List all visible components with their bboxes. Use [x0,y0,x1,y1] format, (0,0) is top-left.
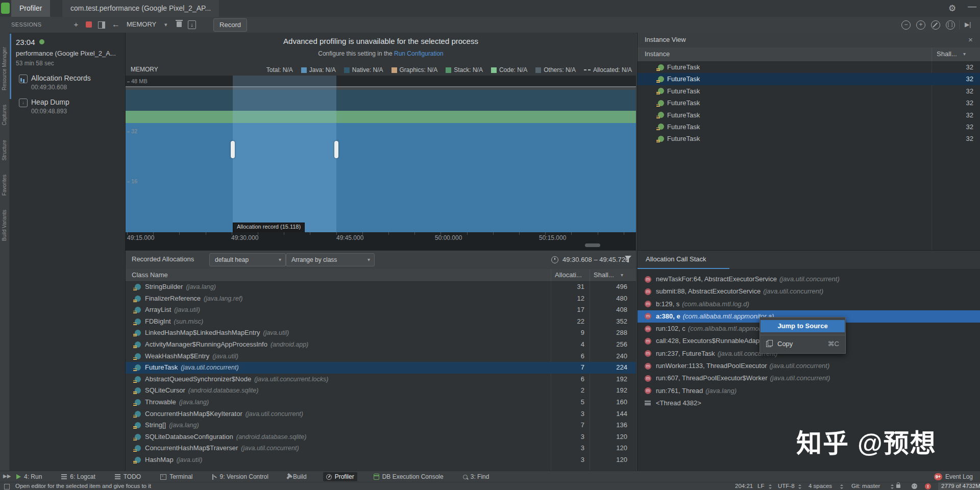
call-stack-row[interactable]: <Thread 4382> [638,397,980,409]
tool-window-button-build[interactable]: Build [285,472,310,481]
tool-window-stripe-label[interactable]: Favorites [2,175,7,195]
column-header-shallow-size[interactable]: Shall... [937,50,957,58]
class-row[interactable]: AbstractQueuedSynchronizer$Node(java.uti… [126,374,636,385]
zoom-to-selection-icon[interactable]: [ ] [946,20,955,30]
class-row[interactable]: LinkedHashMap$LinkedHashMapEntry(java.ut… [126,327,636,339]
expander-icon[interactable]: ▶▶ [3,473,11,479]
class-row[interactable]: SQLiteCursor(android.database.sqlite)219… [126,385,636,397]
class-icon [135,457,141,463]
tab-profiler[interactable]: Profiler [11,0,50,17]
instance-row[interactable]: FutureTask32 [638,61,980,73]
git-branch-indicator[interactable]: Git: master [851,483,880,489]
tab-app-process[interactable]: com.test.performance (Google Pixel_2_AP.… [62,0,219,17]
tool-window-button-todo[interactable]: TODO [112,472,144,481]
column-header-allocations[interactable]: Allocati... [555,271,582,279]
session-item-heap-dump[interactable]: Heap Dump [31,98,69,106]
memory-timeline-chart[interactable]: 48 MB 32 16 Allocation record (15.118) [126,76,636,232]
tool-window-button-9-version-control[interactable]: 9: Version Control [209,472,272,481]
zoom-in-icon[interactable]: + [916,20,925,30]
tool-window-button-3-find[interactable]: 3: Find [460,472,493,481]
stack-frame-text: run:607, ThreadPoolExecutor$Worker(java.… [656,372,830,384]
selection-handle-left[interactable] [231,141,235,158]
menu-item-copy[interactable]: Copy ⌘C [760,338,845,350]
tool-window-button-terminal[interactable]: Terminal [157,472,195,481]
export-icon[interactable]: ↓ [188,20,196,29]
shallow-size: 224 [587,362,627,374]
instance-shallow-size: 32 [934,73,973,85]
trash-icon[interactable] [177,21,182,27]
caret-position[interactable]: 204:21 [735,483,753,489]
class-row[interactable]: ConcurrentHashMap$Traverser(java.util.co… [126,443,636,454]
menu-item-jump-to-source[interactable]: Jump to Source [761,320,845,332]
call-stack-row[interactable]: mrunWorker:1133, ThreadPoolExecutor(java… [638,360,980,372]
tool-window-button-profiler[interactable]: Profiler [323,472,357,481]
x-axis-label: 49:45.000 [336,234,363,241]
tool-window-button-4-run[interactable]: 4: Run [13,472,45,481]
session-item-allocation-records[interactable]: Allocation Records [31,74,91,82]
tool-window-stripe-label[interactable]: Build Variants [2,210,7,241]
class-row[interactable]: StringBuilder(java.lang)31496 [126,281,636,293]
heap-dropdown[interactable]: default heap ▾ [209,253,286,266]
column-header-shallow-size[interactable]: Shall... [594,271,614,279]
timeline-scrollbar[interactable] [585,243,600,247]
back-arrow-icon[interactable]: ← [111,20,120,29]
class-row[interactable]: ArrayList(java.util)17408 [126,304,636,316]
sort-arrow-icon: ▾ [621,272,623,278]
class-row[interactable]: SQLiteDatabaseConfiguration(android.data… [126,431,636,443]
range-selection-overlay[interactable] [233,76,336,232]
tool-window-button-6-logcat[interactable]: 6: Logcat [58,472,98,481]
instance-row[interactable]: FutureTask32 [638,121,980,133]
call-stack-row[interactable]: mnewTaskFor:64, AbstractExecutorService(… [638,273,980,285]
profiler-toolbar: SESSIONS + ← MEMORY ▾ ↓ Record − + [ ] ▶… [0,17,980,33]
tool-window-stripe-label[interactable]: Captures [2,105,7,126]
go-live-icon[interactable]: ▶| [965,21,971,28]
column-header-class-name[interactable]: Class Name [132,271,168,279]
instance-row[interactable]: FutureTask32 [638,73,980,85]
call-stack-row[interactable]: mb:129, s(com.alibaba.mtl.log.d) [638,298,980,310]
zoom-out-icon[interactable]: − [901,20,911,30]
class-row[interactable]: ActivityManager$RunningAppProcessInfo(an… [126,339,636,351]
instance-row[interactable]: FutureTask32 [638,109,980,121]
session-time[interactable]: 23:04 [16,38,35,46]
stop-icon[interactable] [86,21,92,28]
class-row[interactable]: HashMap(java.util)3120 [126,454,636,466]
instance-row[interactable]: FutureTask32 [638,97,980,109]
event-log-button[interactable]: 9+ Event Log [934,471,973,482]
instance-row[interactable]: FutureTask32 [638,133,980,144]
arrange-dropdown[interactable]: Arrange by class ▾ [286,253,375,266]
class-row[interactable]: FinalizerReference(java.lang.ref)12480 [126,293,636,305]
class-row[interactable]: ConcurrentHashMap$KeyIterator(java.util.… [126,408,636,420]
tool-window-stripe-label[interactable]: Structure [2,140,7,161]
memory-dropdown[interactable]: MEMORY [127,20,156,28]
minimize-icon[interactable]: — [968,2,976,12]
run-configuration-link[interactable]: Run Configuration [394,50,444,57]
error-badge-icon[interactable]: ! [925,483,931,489]
record-button[interactable]: Record [213,18,247,32]
lock-icon[interactable] [896,484,900,488]
tool-window-button-db-execution-console[interactable]: DB Execution Console [371,472,447,481]
selection-handle-right[interactable] [334,141,338,158]
class-row[interactable]: Throwable(java.lang)5160 [126,397,636,408]
face-icon[interactable] [912,483,917,489]
call-stack-row[interactable]: mrun:607, ThreadPoolExecutor$Worker(java… [638,372,980,384]
reset-zoom-icon[interactable] [931,20,940,30]
class-row[interactable]: WeakHashMap$Entry(java.util)6240 [126,351,636,362]
class-row[interactable]: FutureTask(java.util.concurrent)7224 [126,362,636,374]
call-stack-row[interactable]: msubmit:88, AbstractExecutorService(java… [638,285,980,298]
column-header-instance[interactable]: Instance [645,50,670,58]
instance-row[interactable]: FutureTask32 [638,85,980,97]
gear-icon[interactable]: ⚙ [948,3,956,14]
memory-indicator[interactable]: 2779 of 4732M [938,482,980,490]
split-view-icon[interactable] [98,21,105,29]
line-ending-indicator[interactable]: LF [757,483,764,489]
indent-indicator[interactable]: 4 spaces [808,483,832,489]
class-row[interactable]: FDBigInt(sun.misc)22352 [126,316,636,328]
tool-window-stripe-label[interactable]: Resource Manager [2,47,7,90]
encoding-indicator[interactable]: UTF-8 [778,483,795,489]
tab-allocation-call-stack[interactable]: Allocation Call Stack [646,255,706,263]
call-stack-row[interactable]: mrun:761, Thread(java.lang) [638,385,980,397]
add-session-icon[interactable]: + [71,20,81,29]
class-table-rows: StringBuilder(java.lang)31496FinalizerRe… [126,281,636,466]
class-row[interactable]: String[](java.lang)7136 [126,420,636,431]
close-icon[interactable]: × [968,35,973,44]
